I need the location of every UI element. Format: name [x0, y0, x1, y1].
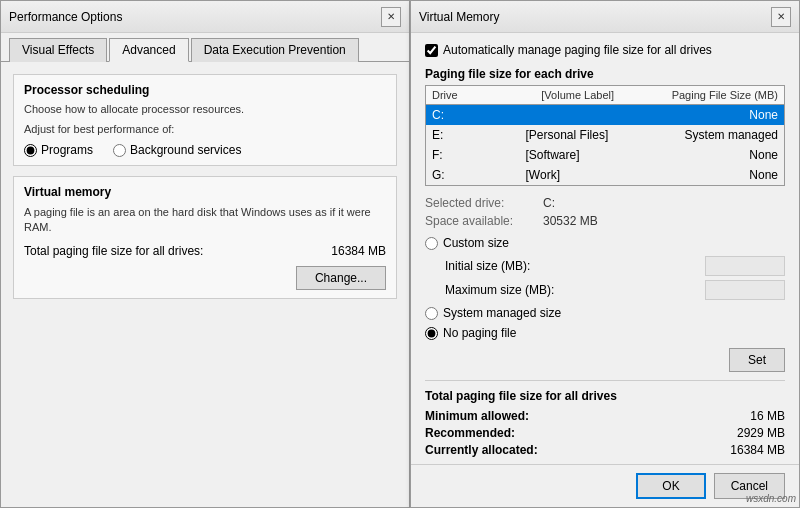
currently-allocated-label: Currently allocated: — [425, 443, 538, 457]
drive-g-label: [Work] — [526, 168, 638, 182]
space-available-label: Space available: — [425, 214, 535, 228]
col-label-header: [Volume Label] — [541, 89, 614, 101]
selected-drive-row: Selected drive: C: — [425, 196, 785, 210]
selected-drive-info: Selected drive: C: Space available: 3053… — [425, 196, 785, 228]
custom-size-row: Custom size — [425, 236, 785, 250]
selected-drive-label: Selected drive: — [425, 196, 535, 210]
system-managed-row: System managed size — [425, 306, 785, 320]
paging-file-section-title: Paging file size for each drive — [425, 67, 785, 81]
system-managed-label: System managed size — [443, 306, 561, 320]
total-paging-section: Total paging file size for all drives Mi… — [425, 380, 785, 457]
currently-allocated-value: 16384 MB — [730, 443, 785, 457]
programs-radio-label[interactable]: Programs — [24, 143, 93, 157]
recommended-value: 2929 MB — [737, 426, 785, 440]
initial-size-input[interactable] — [705, 256, 785, 276]
no-paging-label: No paging file — [443, 326, 516, 340]
space-available-value: 30532 MB — [543, 214, 598, 228]
set-btn-row: Set — [425, 348, 785, 372]
custom-size-label: Custom size — [443, 236, 509, 250]
perf-window-title: Performance Options — [9, 10, 122, 24]
drive-row-f[interactable]: F: [Software] None — [426, 145, 784, 165]
processor-section-title: Processor scheduling — [24, 83, 386, 97]
initial-size-row: Initial size (MB): — [445, 256, 785, 276]
programs-radio[interactable] — [24, 144, 37, 157]
maximum-size-input[interactable] — [705, 280, 785, 300]
selected-drive-value: C: — [543, 196, 555, 210]
no-paging-radio[interactable] — [425, 327, 438, 340]
vm-window-title: Virtual Memory — [419, 10, 499, 24]
drive-c-label — [526, 108, 638, 122]
processor-section-desc: Choose how to allocate processor resourc… — [24, 103, 386, 115]
vm-footer: OK Cancel — [411, 464, 799, 507]
vm-section-title: Virtual memory — [24, 185, 386, 199]
minimum-value: 16 MB — [750, 409, 785, 423]
set-button[interactable]: Set — [729, 348, 785, 372]
vm-total-label: Total paging file size for all drives: — [24, 244, 203, 258]
auto-manage-label: Automatically manage paging file size fo… — [443, 43, 712, 57]
currently-allocated-row: Currently allocated: 16384 MB — [425, 443, 785, 457]
drive-row-e[interactable]: E: [Personal Files] System managed — [426, 125, 784, 145]
drive-c-letter: C: — [432, 108, 526, 122]
vm-total-value: 16384 MB — [331, 244, 386, 258]
tab-visual-effects[interactable]: Visual Effects — [9, 38, 107, 62]
drive-f-label: [Software] — [526, 148, 638, 162]
programs-label: Programs — [41, 143, 93, 157]
custom-size-radio[interactable] — [425, 237, 438, 250]
bg-services-label: Background services — [130, 143, 241, 157]
auto-manage-row: Automatically manage paging file size fo… — [425, 43, 785, 57]
vm-desc: A paging file is an area on the hard dis… — [24, 205, 386, 236]
no-paging-row: No paging file — [425, 326, 785, 340]
system-managed-radio[interactable] — [425, 307, 438, 320]
perf-title-bar: Performance Options ✕ — [1, 1, 409, 33]
performance-radio-group: Programs Background services — [24, 143, 386, 157]
maximum-size-label: Maximum size (MB): — [445, 283, 554, 297]
watermark: wsxdn.com — [746, 493, 796, 504]
total-section-title: Total paging file size for all drives — [425, 389, 785, 403]
auto-manage-checkbox[interactable] — [425, 44, 438, 57]
virtual-memory-window: Virtual Memory ✕ Automatically manage pa… — [410, 0, 800, 508]
vm-title-bar: Virtual Memory ✕ — [411, 1, 799, 33]
vm-options-group: Custom size Initial size (MB): Maximum s… — [425, 236, 785, 340]
bg-services-radio-label[interactable]: Background services — [113, 143, 241, 157]
minimum-label: Minimum allowed: — [425, 409, 529, 423]
space-available-row: Space available: 30532 MB — [425, 214, 785, 228]
perf-content-area: Processor scheduling Choose how to alloc… — [1, 62, 409, 507]
perf-close-button[interactable]: ✕ — [381, 7, 401, 27]
virtual-memory-section: Virtual memory A paging file is an area … — [13, 176, 397, 299]
maximum-size-row: Maximum size (MB): — [445, 280, 785, 300]
change-btn-row: Change... — [24, 266, 386, 290]
drive-f-letter: F: — [432, 148, 526, 162]
drive-e-label: [Personal Files] — [526, 128, 638, 142]
drive-table-header: Drive [Volume Label] Paging File Size (M… — [426, 86, 784, 105]
col-drive-header: Drive — [432, 89, 541, 101]
change-button[interactable]: Change... — [296, 266, 386, 290]
vm-close-button[interactable]: ✕ — [771, 7, 791, 27]
drive-row-g[interactable]: G: [Work] None — [426, 165, 784, 185]
processor-scheduling-section: Processor scheduling Choose how to alloc… — [13, 74, 397, 166]
performance-options-window: Performance Options ✕ Visual Effects Adv… — [0, 0, 410, 508]
perf-tabs: Visual Effects Advanced Data Execution P… — [1, 33, 409, 62]
drive-f-paging: None — [638, 148, 778, 162]
drive-g-paging: None — [638, 168, 778, 182]
ok-button[interactable]: OK — [636, 473, 705, 499]
initial-size-label: Initial size (MB): — [445, 259, 530, 273]
recommended-label: Recommended: — [425, 426, 515, 440]
tab-dep[interactable]: Data Execution Prevention — [191, 38, 359, 62]
drive-row-c[interactable]: C: None — [426, 105, 784, 125]
drive-c-paging: None — [638, 108, 778, 122]
minimum-row: Minimum allowed: 16 MB — [425, 409, 785, 423]
drive-table: Drive [Volume Label] Paging File Size (M… — [425, 85, 785, 186]
col-paging-header: Paging File Size (MB) — [614, 89, 778, 101]
drive-e-letter: E: — [432, 128, 526, 142]
drive-e-paging: System managed — [638, 128, 778, 142]
vm-total-row: Total paging file size for all drives: 1… — [24, 244, 386, 258]
adjust-label: Adjust for best performance of: — [24, 123, 386, 135]
recommended-row: Recommended: 2929 MB — [425, 426, 785, 440]
drive-g-letter: G: — [432, 168, 526, 182]
vm-content-area: Automatically manage paging file size fo… — [411, 33, 799, 464]
bg-services-radio[interactable] — [113, 144, 126, 157]
tab-advanced[interactable]: Advanced — [109, 38, 188, 62]
